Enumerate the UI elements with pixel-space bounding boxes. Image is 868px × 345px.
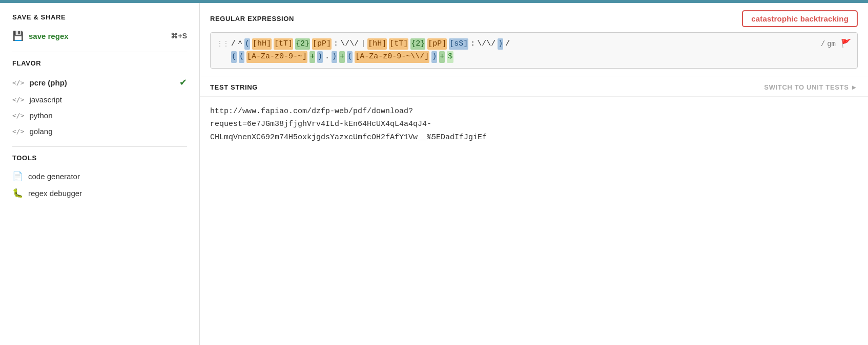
- token-group2-open: (: [231, 51, 237, 63]
- token-group2-inner-close: ): [317, 51, 323, 63]
- token-caret: ^: [238, 38, 242, 50]
- token-pipe: |: [361, 38, 365, 50]
- regex-section-label: REGULAR EXPRESSION: [210, 15, 294, 23]
- token-slash1: \/\/: [340, 38, 359, 50]
- token-group-close: ): [498, 38, 503, 50]
- token-bracket-tT2: [tT]: [389, 38, 408, 50]
- divider-tools: [12, 146, 187, 147]
- catastrophic-badge: catastrophic backtracking: [742, 10, 858, 27]
- regex-debugger-label: regex debugger: [28, 189, 82, 198]
- token-dollar: $: [447, 51, 453, 63]
- code-generator-item[interactable]: 📄 code generator: [12, 168, 187, 185]
- check-icon-pcre: ✔: [179, 77, 187, 88]
- save-share-title: SAVE & SHARE: [12, 13, 187, 21]
- token-group-open: (: [244, 38, 250, 50]
- delimiter-close: /: [505, 38, 510, 50]
- token-bracket-pP2: [pP]: [427, 38, 447, 50]
- save-shortcut: ⌘+S: [171, 32, 187, 40]
- flavor-item-pcre[interactable]: </> pcre (php) ✔: [12, 73, 187, 92]
- test-section: TEST STRING SWITCH TO UNIT TESTS ► http:…: [200, 76, 868, 346]
- flag-icon: 🚩: [841, 38, 851, 50]
- token-colon2: :: [470, 38, 475, 50]
- test-string-area[interactable]: http://www.fapiao.com/dzfp-web/pdf/downl…: [200, 97, 868, 346]
- flavor-label-js: javascript: [29, 95, 61, 104]
- flavor-label-python: python: [29, 111, 52, 120]
- flavor-label-golang: golang: [29, 127, 52, 136]
- regex-input-area[interactable]: ⋮⋮ / ^ ( [hH] [tT] {2} [pP] : \/\/ | [hH…: [210, 32, 858, 69]
- token-plus1: +: [309, 51, 315, 63]
- flavor-item-javascript[interactable]: </> javascript: [12, 92, 187, 107]
- regex-debugger-item[interactable]: 🐛 regex debugger: [12, 185, 187, 202]
- main-layout: SAVE & SHARE 💾 save regex ⌘+S FLAVOR </>…: [0, 3, 868, 345]
- divider-flavor: [12, 52, 187, 52]
- main-content: REGULAR EXPRESSION catastrophic backtrac…: [200, 3, 868, 345]
- token-colon1: :: [334, 38, 338, 50]
- flag-slash: /: [821, 39, 825, 50]
- flavor-title: FLAVOR: [12, 59, 187, 67]
- flavor-item-golang[interactable]: </> golang: [12, 123, 187, 139]
- regex-line-1: ⋮⋮ / ^ ( [hH] [tT] {2} [pP] : \/\/ | [hH…: [217, 38, 851, 50]
- token-bracket-hH: [hH]: [252, 38, 272, 50]
- token-group3-close: ): [431, 51, 437, 63]
- drag-handle: ⋮⋮: [217, 39, 229, 49]
- code-bracket-pcre: </>: [12, 79, 24, 87]
- tools-title: TOOLS: [12, 154, 187, 162]
- token-bracket-pP: [pP]: [312, 38, 332, 50]
- token-slash2: \/\/: [477, 38, 495, 50]
- token-plus3: +: [439, 51, 445, 63]
- token-bracket-sS: [sS]: [449, 38, 468, 50]
- code-generator-icon: 📄: [12, 171, 23, 182]
- floppy-icon: 💾: [12, 30, 24, 41]
- token-group3-open: (: [347, 51, 353, 63]
- token-dot: .: [325, 51, 329, 63]
- save-regex-item[interactable]: 💾 save regex ⌘+S: [12, 27, 187, 45]
- flavor-item-python[interactable]: </> python: [12, 107, 187, 123]
- flavor-label-pcre: pcre (php): [29, 78, 67, 87]
- token-plus2: +: [339, 51, 345, 63]
- token-bracket-tT: [tT]: [274, 38, 293, 50]
- code-bracket-js: </>: [12, 96, 24, 103]
- chevron-right-icon: ►: [851, 83, 858, 91]
- token-bracket-range2: [A-Za-z0-9-~\\/]: [355, 51, 429, 63]
- regex-line-2: ( ( [A-Za-z0-9-~] + ) . ) + ( [A-Za-z0-9…: [217, 51, 851, 63]
- test-string-label: TEST STRING: [210, 83, 258, 91]
- test-header: TEST STRING SWITCH TO UNIT TESTS ►: [200, 76, 868, 97]
- flag-gm: gm: [827, 39, 836, 50]
- save-regex-label: save regex: [29, 32, 69, 40]
- switch-label: SWITCH TO UNIT TESTS: [764, 83, 849, 91]
- regex-section: REGULAR EXPRESSION catastrophic backtrac…: [200, 3, 868, 76]
- code-bracket-golang: </>: [12, 127, 24, 135]
- token-quant-2a: {2}: [295, 38, 310, 50]
- token-quant-2b: {2}: [410, 38, 425, 50]
- delimiter-open: /: [231, 38, 236, 50]
- regex-flags-area: / gm 🚩: [821, 38, 851, 50]
- token-group2-inner-open: (: [239, 51, 244, 63]
- token-group2-close: ): [332, 51, 337, 63]
- switch-to-unit-tests-button[interactable]: SWITCH TO UNIT TESTS ►: [764, 83, 858, 91]
- regex-header: REGULAR EXPRESSION catastrophic backtrac…: [200, 3, 868, 32]
- regex-debugger-icon: 🐛: [12, 188, 23, 199]
- code-bracket-python: </>: [12, 112, 24, 119]
- sidebar: SAVE & SHARE 💾 save regex ⌘+S FLAVOR </>…: [0, 3, 200, 345]
- token-bracket-hH2: [hH]: [367, 38, 387, 50]
- code-generator-label: code generator: [28, 172, 80, 181]
- token-bracket-range1: [A-Za-z0-9-~]: [246, 51, 307, 63]
